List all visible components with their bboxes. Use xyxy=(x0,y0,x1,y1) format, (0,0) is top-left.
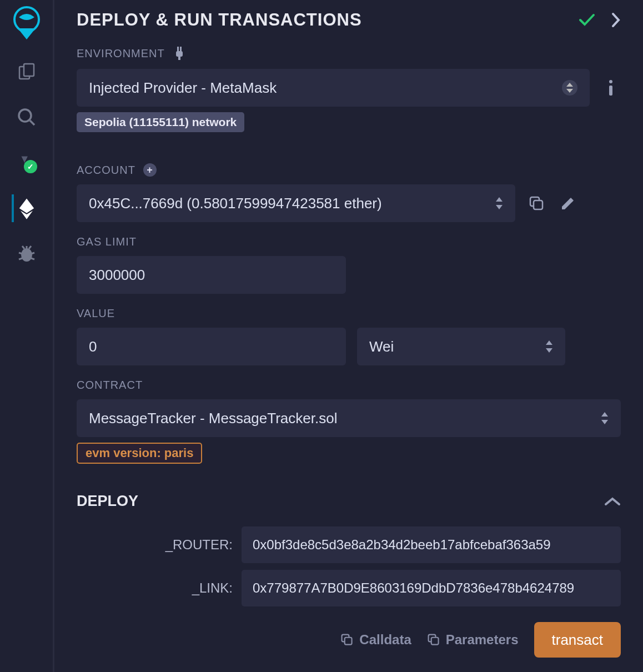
debugger-icon[interactable] xyxy=(13,240,41,268)
svg-rect-16 xyxy=(178,56,180,60)
svg-line-12 xyxy=(29,246,31,249)
add-account-button[interactable]: + xyxy=(143,163,157,177)
svg-rect-22 xyxy=(345,638,352,645)
check-icon xyxy=(579,13,595,27)
svg-line-11 xyxy=(22,246,24,249)
param-input-router[interactable] xyxy=(242,526,621,563)
deploy-title: DEPLOY xyxy=(77,493,138,510)
copy-account-icon[interactable] xyxy=(526,193,546,213)
chevron-right-icon[interactable] xyxy=(611,12,621,28)
updown-icon xyxy=(545,340,553,353)
svg-rect-14 xyxy=(177,47,179,52)
value-input[interactable] xyxy=(77,328,346,365)
svg-rect-24 xyxy=(431,638,438,645)
environment-select[interactable]: Injected Provider - MetaMask xyxy=(77,69,590,107)
svg-point-17 xyxy=(609,80,612,83)
value-label: VALUE xyxy=(77,307,115,320)
deploy-run-icon[interactable] xyxy=(12,194,39,222)
gas-limit-input[interactable] xyxy=(77,256,346,294)
contract-label: CONTRACT xyxy=(77,379,143,392)
contract-selected-text: MessageTracker - MessageTracker.sol xyxy=(89,410,337,427)
remix-logo[interactable] xyxy=(10,7,43,40)
svg-rect-18 xyxy=(609,86,612,96)
solidity-compiler-icon[interactable]: ✓ xyxy=(13,149,41,177)
param-input-link[interactable] xyxy=(242,570,621,606)
account-selected-text: 0x45C...7669d (0.58017599947423581 ether… xyxy=(89,195,382,212)
environment-label: ENVIRONMENT xyxy=(77,47,165,60)
updown-icon xyxy=(562,80,577,96)
svg-line-8 xyxy=(31,253,34,254)
chevron-up-icon[interactable] xyxy=(604,497,621,506)
transact-button[interactable]: transact xyxy=(534,622,621,658)
contract-select[interactable]: MessageTracker - MessageTracker.sol xyxy=(77,399,621,437)
updown-icon xyxy=(601,412,609,424)
compile-success-badge: ✓ xyxy=(24,160,37,173)
svg-rect-20 xyxy=(534,200,542,209)
sidebar: ✓ xyxy=(0,0,54,672)
gas-limit-label: GAS LIMIT xyxy=(77,235,137,248)
calldata-button[interactable]: Calldata xyxy=(340,632,411,648)
environment-selected-text: Injected Provider - MetaMask xyxy=(89,79,277,97)
info-icon[interactable] xyxy=(601,78,621,98)
svg-rect-2 xyxy=(24,64,34,76)
svg-rect-15 xyxy=(180,47,182,52)
parameters-button[interactable]: Parameters xyxy=(427,632,519,648)
svg-line-4 xyxy=(30,121,34,125)
account-label: ACCOUNT xyxy=(77,164,135,177)
value-unit-select[interactable]: Wei xyxy=(357,328,565,365)
page-title: DEPLOY & RUN TRANSACTIONS xyxy=(77,10,362,30)
param-label-link: _LINK: xyxy=(77,580,235,596)
main-panel: DEPLOY & RUN TRANSACTIONS ENVIRONMENT In… xyxy=(54,0,643,672)
svg-rect-13 xyxy=(176,51,183,57)
svg-point-3 xyxy=(19,109,31,122)
svg-point-5 xyxy=(21,248,32,262)
value-unit-text: Wei xyxy=(369,338,394,355)
svg-line-7 xyxy=(19,253,22,254)
plug-icon xyxy=(173,46,186,61)
account-select[interactable]: 0x45C...7669d (0.58017599947423581 ether… xyxy=(77,184,515,222)
search-icon[interactable] xyxy=(13,103,41,131)
svg-line-10 xyxy=(31,258,34,259)
evm-version-chip: evm version: paris xyxy=(77,443,202,464)
file-explorer-icon[interactable] xyxy=(13,58,41,86)
param-label-router: _ROUTER: xyxy=(77,537,235,553)
updown-icon xyxy=(495,197,503,209)
edit-account-icon[interactable] xyxy=(557,193,577,213)
network-chip: Sepolia (11155111) network xyxy=(77,112,244,132)
svg-line-9 xyxy=(19,258,22,259)
